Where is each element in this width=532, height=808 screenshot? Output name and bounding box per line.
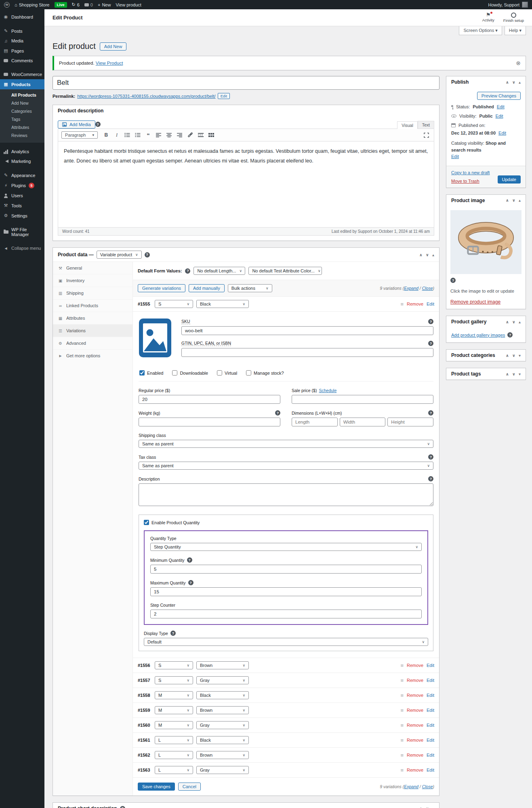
submenu-categories[interactable]: Categories — [0, 107, 44, 115]
tab-attributes[interactable]: ▦Attributes — [53, 312, 132, 325]
maximum-quantity-input[interactable] — [150, 587, 422, 596]
regular-price-input[interactable] — [139, 395, 280, 404]
view-product-link[interactable]: View Product — [96, 61, 123, 65]
submenu-reviews[interactable]: Reviews — [0, 131, 44, 139]
tab-general[interactable]: ⚒General — [53, 262, 132, 274]
help-icon[interactable]: ? — [428, 454, 433, 460]
width-input[interactable] — [340, 418, 386, 426]
sidebar-item-appearance[interactable]: ✎Appearance — [0, 170, 44, 180]
copy-to-new-draft-link[interactable]: Copy to a new draft — [451, 170, 490, 175]
sidebar-item-pages[interactable]: ▤Pages — [0, 46, 44, 56]
move-up-icon[interactable]: ∧ — [506, 353, 509, 358]
remove-variation-link[interactable]: Remove — [407, 768, 423, 772]
sidebar-item-plugins[interactable]: ⚡Plugins5 — [0, 180, 44, 191]
italic-button[interactable]: I — [112, 131, 121, 139]
product-title-input[interactable] — [53, 76, 439, 90]
tab-inventory[interactable]: ▣Inventory — [53, 274, 132, 287]
variation-size-select[interactable]: L∨ — [155, 751, 193, 759]
sidebar-item-marketing[interactable]: Marketing — [0, 156, 44, 166]
tab-linked-products[interactable]: ∞Linked Products — [53, 300, 132, 312]
move-down-icon[interactable]: ∨ — [512, 353, 515, 358]
activity-button[interactable]: ⚑ Activity — [482, 13, 494, 23]
remove-variation-link[interactable]: Remove — [407, 693, 423, 698]
toggle-panel-icon[interactable]: ▴ — [519, 320, 521, 324]
move-up-icon[interactable]: ∧ — [506, 80, 509, 84]
edit-permalink-button[interactable]: Edit — [218, 93, 230, 99]
tax-class-select[interactable]: Same as parent∨ — [139, 462, 433, 470]
length-input[interactable] — [292, 418, 338, 426]
submenu-all-products[interactable]: All Products — [0, 91, 44, 99]
enabled-checkbox[interactable]: Enabled — [139, 370, 163, 376]
close-link[interactable]: Close — [422, 286, 433, 291]
numbered-list-icon[interactable] — [133, 131, 142, 139]
bullet-list-icon[interactable] — [123, 131, 132, 139]
howdy-account-menu[interactable]: Howdy, Support — [488, 2, 519, 7]
generate-variations-button[interactable]: Generate variations — [138, 284, 185, 292]
sidebar-item-woocommerce[interactable]: WooCommerce — [0, 70, 44, 79]
add-gallery-images-link[interactable]: Add product gallery images — [451, 333, 505, 338]
more-tag-icon[interactable] — [196, 131, 205, 139]
move-up-icon[interactable]: ∧ — [506, 320, 509, 324]
move-up-icon[interactable]: ∧ — [419, 253, 423, 257]
expand-link[interactable]: Expand — [404, 784, 418, 789]
variation-size-select[interactable]: M∨ — [155, 721, 193, 729]
product-type-select[interactable]: Variable product∨ — [97, 251, 142, 259]
enabled-checkbox-input[interactable] — [139, 370, 145, 376]
description-editor-content[interactable]: Pellentesque habitant morbi tristique se… — [58, 141, 434, 227]
help-icon[interactable]: ? — [428, 410, 433, 416]
update-button[interactable]: Update — [498, 175, 521, 184]
edit-published-link[interactable]: Edit — [498, 131, 506, 135]
sidebar-item-posts[interactable]: ✎Posts — [0, 26, 44, 36]
toggle-panel-icon[interactable]: ▴ — [432, 253, 434, 257]
variation-size-select[interactable]: M∨ — [155, 706, 193, 714]
variation-description-textarea[interactable] — [139, 483, 433, 506]
save-changes-button[interactable]: Save changes — [138, 783, 175, 791]
move-down-icon[interactable]: ∨ — [512, 372, 515, 376]
submenu-attributes[interactable]: Attributes — [0, 123, 44, 131]
view-product-link[interactable]: View product — [116, 2, 141, 7]
sale-price-input[interactable] — [292, 395, 433, 404]
screen-options-tab[interactable]: Screen Options ▾ — [459, 26, 502, 35]
expand-link[interactable]: Expand — [404, 286, 418, 291]
move-down-icon[interactable]: ∨ — [512, 198, 515, 203]
enable-product-quantity-checkbox[interactable]: Enable Product Quantity — [144, 520, 200, 525]
drag-handle-icon[interactable]: ≡ — [400, 677, 404, 684]
help-icon[interactable]: ? — [95, 122, 101, 127]
downloadable-checkbox[interactable]: Downloadable — [172, 370, 208, 376]
variation-color-select[interactable]: Gray∨ — [196, 676, 249, 684]
variation-color-select[interactable]: Brown∨ — [196, 661, 249, 669]
tab-advanced[interactable]: ⚙Advanced — [53, 337, 132, 350]
bulk-actions-select[interactable]: Bulk actions∨ — [228, 284, 272, 292]
default-color-select[interactable]: No default Test Attribute Color...∨ — [248, 267, 322, 275]
drag-handle-icon[interactable]: ≡ — [400, 301, 404, 307]
edit-variation-link[interactable]: Edit — [427, 723, 434, 728]
edit-variation-link[interactable]: Edit — [427, 768, 434, 772]
remove-variation-link[interactable]: Remove — [407, 753, 423, 757]
variation-size-select[interactable]: L∨ — [155, 766, 193, 774]
align-right-icon[interactable] — [175, 131, 184, 139]
toggle-panel-icon[interactable]: ▴ — [519, 80, 521, 84]
visual-tab[interactable]: Visual — [397, 121, 417, 129]
add-new-button[interactable]: Add New — [100, 42, 127, 51]
remove-variation-link[interactable]: Remove — [407, 708, 423, 713]
help-icon[interactable]: ? — [185, 268, 190, 274]
new-content-menu[interactable]: + New — [98, 2, 111, 7]
variation-size-select[interactable]: L∨ — [155, 736, 193, 744]
toggle-panel-icon[interactable]: ▾ — [519, 353, 521, 358]
help-icon[interactable]: ? — [187, 557, 192, 563]
variation-size-select[interactable]: M∨ — [155, 691, 193, 699]
avatar[interactable] — [522, 2, 528, 8]
comments-link[interactable]: 0 — [84, 2, 93, 7]
bold-button[interactable]: B — [102, 131, 111, 139]
sidebar-item-users[interactable]: Users — [0, 191, 44, 200]
help-icon[interactable]: ? — [507, 332, 513, 338]
edit-catalog-visibility-link[interactable]: Edit — [451, 154, 459, 159]
text-tab[interactable]: Text — [418, 121, 434, 129]
variation-size-select[interactable]: S∨ — [155, 661, 193, 669]
toggle-panel-icon[interactable]: ▾ — [519, 372, 521, 376]
cancel-button[interactable]: Cancel — [178, 783, 201, 791]
variation-color-select[interactable]: Black∨ — [196, 300, 249, 308]
enable-product-quantity-input[interactable] — [144, 520, 149, 525]
move-down-icon[interactable]: ∨ — [512, 80, 515, 84]
help-icon[interactable]: ? — [170, 631, 176, 636]
